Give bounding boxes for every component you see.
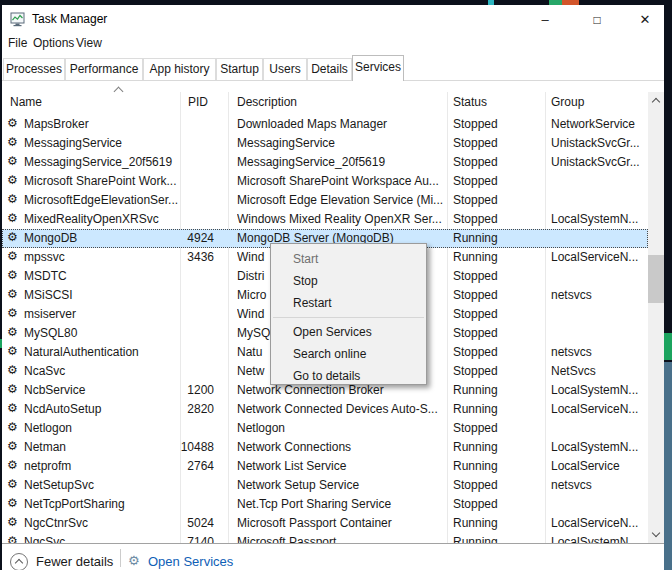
service-gear-icon: ⚙ <box>7 382 18 396</box>
table-row[interactable]: ⚙Microsoft SharePoint Work...Microsoft S… <box>2 172 648 191</box>
context-menu-item-go-to-details[interactable]: Go to details <box>271 365 426 387</box>
tab-details[interactable]: Details <box>307 58 352 80</box>
service-gear-icon: ⚙ <box>7 477 18 491</box>
cell-description: Windows Mixed Reality OpenXR Ser... <box>237 212 446 226</box>
cell-description: Microsoft SharePoint Workspace Au... <box>237 174 446 188</box>
cell-description: Network Setup Service <box>237 478 446 492</box>
scroll-thumb[interactable] <box>648 255 664 303</box>
desktop-artifact-slate-right <box>664 362 672 570</box>
cell-description: Netlogon <box>237 421 446 435</box>
cell-pid: 7140 <box>150 535 214 543</box>
cell-group: LocalSystemN... <box>551 440 647 454</box>
menu-options[interactable]: Options <box>33 36 74 50</box>
table-row[interactable]: ⚙MessagingService_20f5619MessagingServic… <box>2 153 648 172</box>
tab-app-history[interactable]: App history <box>143 58 216 80</box>
context-menu: StartStopRestartOpen ServicesSearch onli… <box>270 243 427 385</box>
context-menu-item-search-online[interactable]: Search online <box>271 343 426 365</box>
cell-group: NetSvcs <box>551 364 647 378</box>
cell-pid: 1200 <box>150 383 214 397</box>
service-gear-icon: ⚙ <box>7 439 18 453</box>
minimize-button[interactable]: – <box>530 8 560 32</box>
tab-users[interactable]: Users <box>263 58 307 80</box>
cell-description: Microsoft Edge Elevation Service (Mi... <box>237 193 446 207</box>
service-gear-icon: ⚙ <box>7 363 18 377</box>
service-gear-icon: ⚙ <box>7 306 18 320</box>
tab-services[interactable]: Services <box>352 55 404 81</box>
cell-name: MSiSCSI <box>24 288 178 302</box>
context-menu-item-open-services[interactable]: Open Services <box>271 321 426 343</box>
service-gear-icon: ⚙ <box>7 401 18 415</box>
table-row[interactable]: ⚙NgcSvc7140Microsoft PassportRunningLoca… <box>2 533 648 543</box>
cell-name: NaturalAuthentication <box>24 345 178 359</box>
cell-group: netsvcs <box>551 478 647 492</box>
table-row[interactable]: ⚙MapsBrokerDownloaded Maps ManagerStoppe… <box>2 115 648 134</box>
cell-name: NcaSvc <box>24 364 178 378</box>
table-row[interactable]: ⚙NetTcpPortSharingNet.Tcp Port Sharing S… <box>2 495 648 514</box>
cell-pid: 10488 <box>150 440 214 454</box>
chevron-up-icon <box>652 98 660 106</box>
service-gear-icon: ⚙ <box>7 534 18 543</box>
cell-status: Stopped <box>453 155 544 169</box>
service-gear-icon: ⚙ <box>7 173 18 187</box>
cell-group: UnistackSvcGr... <box>551 136 647 150</box>
close-button[interactable]: ✕ <box>630 8 660 32</box>
cell-description: MessagingService <box>237 136 446 150</box>
cell-description: Network List Service <box>237 459 446 473</box>
menu-file[interactable]: File <box>8 36 27 50</box>
cell-name: Microsoft SharePoint Work... <box>24 174 178 188</box>
scroll-down-button[interactable] <box>648 526 664 543</box>
menu-view[interactable]: View <box>76 36 102 50</box>
column-header-pid[interactable]: PID <box>188 95 208 109</box>
cell-status: Running <box>453 440 544 454</box>
fewer-details-label: Fewer details <box>36 554 113 569</box>
cell-name: MixedRealityOpenXRSvc <box>24 212 178 226</box>
window-title: Task Manager <box>32 12 107 26</box>
column-header-group[interactable]: Group <box>551 95 584 109</box>
service-gear-icon: ⚙ <box>7 458 18 472</box>
task-manager-app-icon <box>10 11 26 27</box>
cell-description: Microsoft Passport Container <box>237 516 446 530</box>
table-row[interactable]: ⚙NetlogonNetlogonStopped <box>2 419 648 438</box>
context-menu-item-stop[interactable]: Stop <box>271 270 426 292</box>
table-row[interactable]: ⚙NetSetupSvcNetwork Setup ServiceStopped… <box>2 476 648 495</box>
table-row[interactable]: ⚙NgcCtnrSvc5024Microsoft Passport Contai… <box>2 514 648 533</box>
context-menu-item-restart[interactable]: Restart <box>271 292 426 314</box>
cell-name: NetSetupSvc <box>24 478 178 492</box>
table-row[interactable]: ⚙NcdAutoSetup2820Network Connected Devic… <box>2 400 648 419</box>
table-row[interactable]: ⚙netprofm2764Network List ServiceRunning… <box>2 457 648 476</box>
title-bar: Task Manager – □ ✕ <box>2 5 664 35</box>
open-services-label: Open Services <box>148 554 233 569</box>
column-header-status[interactable]: Status <box>453 95 487 109</box>
cell-description: Microsoft Passport <box>237 535 446 543</box>
cell-status: Stopped <box>453 345 544 359</box>
service-gear-icon: ⚙ <box>7 230 18 244</box>
cell-name: MSDTC <box>24 269 178 283</box>
cell-group: LocalServiceN... <box>551 516 647 530</box>
table-row[interactable]: ⚙MicrosoftEdgeElevationSer...Microsoft E… <box>2 191 648 210</box>
service-gear-icon: ⚙ <box>7 154 18 168</box>
cell-status: Running <box>453 250 544 264</box>
cell-status: Stopped <box>453 212 544 226</box>
tab-processes[interactable]: Processes <box>3 58 65 80</box>
cell-description: Network Connections <box>237 440 446 454</box>
cell-name: MySQL80 <box>24 326 178 340</box>
scroll-up-button[interactable] <box>648 92 664 109</box>
column-header-name[interactable]: Name <box>10 95 42 109</box>
sort-ascending-icon <box>114 87 124 97</box>
table-row[interactable]: ⚙Netman10488Network ConnectionsRunningLo… <box>2 438 648 457</box>
tab-startup[interactable]: Startup <box>216 58 263 80</box>
cell-status: Stopped <box>453 193 544 207</box>
cell-pid: 2764 <box>150 459 214 473</box>
maximize-button[interactable]: □ <box>582 8 612 32</box>
cell-name: MessagingService <box>24 136 178 150</box>
vertical-scrollbar[interactable] <box>648 92 664 543</box>
cell-description: MessagingService_20f5619 <box>237 155 446 169</box>
task-manager-window: Task Manager – □ ✕ File Options View Pro… <box>2 5 664 570</box>
tab-performance[interactable]: Performance <box>65 58 143 80</box>
cell-status: Stopped <box>453 497 544 511</box>
cell-name: MicrosoftEdgeElevationSer... <box>24 193 178 207</box>
table-row[interactable]: ⚙MessagingServiceMessagingServiceStopped… <box>2 134 648 153</box>
table-row[interactable]: ⚙MixedRealityOpenXRSvcWindows Mixed Real… <box>2 210 648 229</box>
column-header-description[interactable]: Description <box>237 95 297 109</box>
service-gear-icon: ⚙ <box>7 135 18 149</box>
